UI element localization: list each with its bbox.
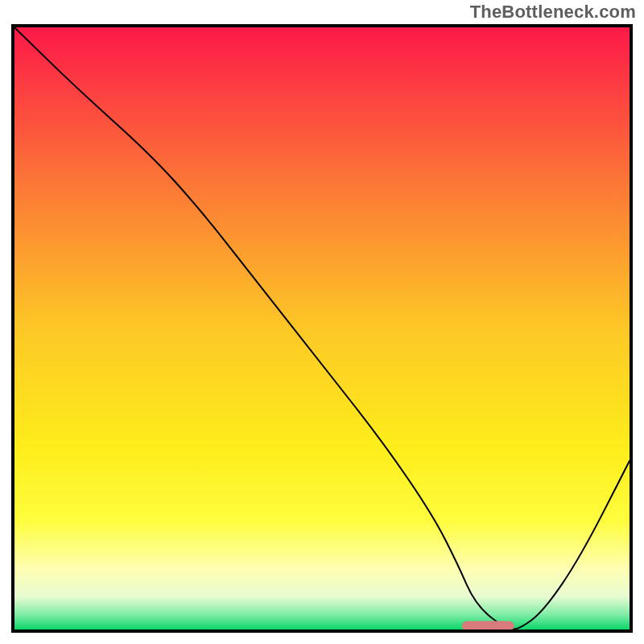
chart-root: TheBottleneck.com [0, 0, 644, 644]
plot-svg [14, 27, 630, 630]
watermark-text: TheBottleneck.com [470, 2, 636, 23]
plot-area [11, 24, 633, 633]
min-marker [462, 621, 514, 630]
background-gradient [14, 27, 630, 630]
